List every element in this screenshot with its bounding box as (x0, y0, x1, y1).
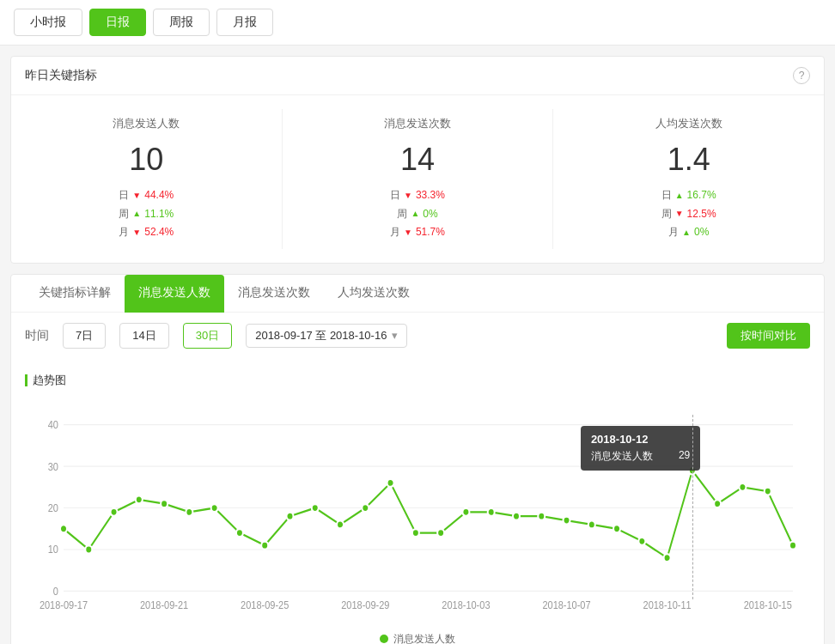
svg-point-39 (588, 520, 595, 528)
svg-point-20 (111, 508, 118, 516)
svg-text:2018-09-17: 2018-09-17 (40, 598, 88, 611)
chart-section: 趋势图 2018-10-12 消息发送人数 29 0102030402018-0… (11, 359, 824, 644)
tab-avg-sends[interactable]: 人均发送次数 (324, 275, 424, 313)
metric-avg-label: 人均发送次数 (567, 116, 810, 131)
metric-senders-value: 10 (25, 142, 268, 178)
legend-dot (380, 635, 388, 643)
tab-daily[interactable]: 日报 (89, 9, 146, 36)
svg-text:2018-10-03: 2018-10-03 (442, 598, 490, 611)
svg-point-23 (186, 508, 192, 516)
legend-label: 消息发送人数 (393, 632, 455, 644)
metric-avg: 人均发送次数 1.4 日▲16.7% 周▼12.5% 月▲0% (553, 109, 824, 249)
svg-point-33 (437, 529, 444, 537)
tab-senders[interactable]: 消息发送人数 (125, 275, 224, 313)
date-range-picker[interactable]: 2018-09-17 至 2018-10-16 ▾ (246, 324, 407, 348)
svg-point-35 (488, 508, 495, 516)
svg-point-31 (387, 479, 394, 487)
metric-sends-value: 14 (296, 142, 539, 178)
svg-point-28 (312, 504, 319, 512)
detail-tabs: 关键指标详解 消息发送人数 消息发送次数 人均发送次数 (11, 275, 824, 313)
svg-point-26 (261, 541, 268, 549)
svg-point-18 (60, 525, 67, 532)
compare-button[interactable]: 按时间对比 (727, 323, 810, 349)
svg-point-43 (689, 466, 696, 474)
svg-point-30 (362, 504, 369, 512)
svg-point-21 (136, 495, 143, 503)
svg-text:2018-09-29: 2018-09-29 (341, 598, 389, 611)
metric-avg-stats: 日▲16.7% 周▼12.5% 月▲0% (567, 186, 810, 242)
svg-point-41 (638, 538, 645, 545)
svg-text:30: 30 (48, 460, 59, 472)
help-icon[interactable]: ? (793, 67, 810, 84)
metric-senders: 消息发送人数 10 日▼44.4% 周▲11.1% 月▼52.4% (11, 109, 283, 249)
tab-weekly[interactable]: 周报 (153, 9, 210, 36)
svg-point-32 (412, 529, 419, 537)
tab-hourly[interactable]: 小时报 (14, 9, 82, 36)
metric-avg-value: 1.4 (567, 142, 810, 178)
svg-point-47 (789, 541, 796, 549)
svg-point-37 (538, 512, 545, 519)
metric-sends-label: 消息发送次数 (296, 116, 539, 131)
svg-text:10: 10 (48, 544, 59, 556)
svg-point-24 (211, 504, 218, 512)
period-7[interactable]: 7日 (63, 323, 106, 349)
svg-point-38 (564, 516, 570, 524)
svg-text:2018-09-25: 2018-09-25 (241, 598, 290, 611)
detail-section: 关键指标详解 消息发送人数 消息发送次数 人均发送次数 时间 7日 14日 30… (10, 274, 825, 644)
tab-key-metrics[interactable]: 关键指标详解 (25, 275, 125, 313)
tab-sends[interactable]: 消息发送次数 (224, 275, 324, 313)
svg-text:2018-10-15: 2018-10-15 (744, 598, 793, 611)
top-tab-bar: 小时报 日报 周报 月报 (0, 0, 835, 46)
svg-point-25 (236, 529, 243, 537)
metric-sends: 消息发送次数 14 日▼33.3% 周▲0% 月▼51.7% (283, 109, 554, 249)
svg-point-34 (462, 508, 469, 516)
svg-point-22 (161, 500, 168, 507)
chart-legend: 消息发送人数 (25, 632, 810, 644)
svg-point-45 (739, 483, 746, 491)
period-14[interactable]: 14日 (119, 323, 168, 349)
line-chart: 0102030402018-09-172018-09-212018-09-252… (25, 402, 810, 625)
legend-senders: 消息发送人数 (380, 632, 455, 644)
metric-senders-label: 消息发送人数 (25, 116, 268, 131)
svg-point-29 (337, 520, 344, 528)
svg-point-19 (85, 545, 92, 553)
yesterday-title: 昨日关键指标 (25, 68, 97, 83)
svg-point-42 (664, 554, 671, 562)
svg-point-40 (613, 525, 620, 532)
yesterday-header: 昨日关键指标 ? (11, 57, 824, 95)
chart-title: 趋势图 (25, 373, 810, 388)
yesterday-section: 昨日关键指标 ? 消息发送人数 10 日▼44.4% 周▲11.1% 月▼52.… (10, 56, 825, 264)
svg-point-36 (513, 512, 520, 519)
svg-point-44 (714, 500, 721, 507)
svg-text:2018-10-11: 2018-10-11 (643, 598, 692, 611)
metrics-grid: 消息发送人数 10 日▼44.4% 周▲11.1% 月▼52.4% 消息发送次数… (11, 95, 824, 263)
chart-container: 2018-10-12 消息发送人数 29 0102030402018-09-17… (25, 402, 810, 625)
calendar-icon: ▾ (392, 329, 398, 342)
svg-text:2018-10-07: 2018-10-07 (542, 598, 590, 611)
filter-bar: 时间 7日 14日 30日 2018-09-17 至 2018-10-16 ▾ … (11, 313, 824, 359)
svg-text:0: 0 (53, 585, 59, 597)
svg-text:2018-09-21: 2018-09-21 (140, 598, 188, 611)
metric-senders-stats: 日▼44.4% 周▲11.1% 月▼52.4% (25, 186, 268, 242)
metric-sends-stats: 日▼33.3% 周▲0% 月▼51.7% (296, 186, 539, 242)
svg-text:20: 20 (48, 501, 59, 513)
tab-monthly[interactable]: 月报 (216, 9, 273, 36)
svg-point-27 (286, 512, 293, 519)
period-30[interactable]: 30日 (183, 323, 232, 349)
svg-text:40: 40 (48, 418, 59, 430)
svg-point-46 (765, 487, 771, 495)
filter-time-label: 时间 (25, 328, 49, 343)
date-range-text: 2018-09-17 至 2018-10-16 (255, 328, 387, 343)
